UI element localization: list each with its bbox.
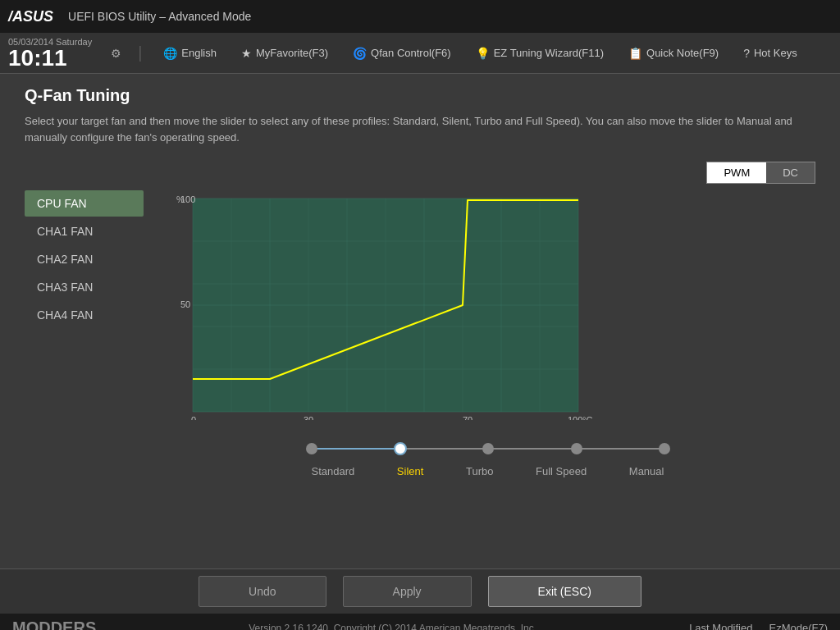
pwm-dc-toggle[interactable]: PWM DC bbox=[706, 162, 815, 184]
qfan-label: Qfan Control(F6) bbox=[371, 47, 451, 59]
fan-item-cha2[interactable]: CHA2 FAN bbox=[25, 246, 144, 272]
language-label: English bbox=[181, 47, 217, 59]
fan-curve-chart: % 100 50 0 30 70 100 °C bbox=[160, 190, 595, 420]
fan-item-cha4[interactable]: CHA4 FAN bbox=[25, 302, 144, 328]
chart-container: % 100 50 0 30 70 100 °C bbox=[160, 190, 595, 420]
slider-active-track bbox=[312, 448, 402, 450]
svg-text:100: 100 bbox=[180, 194, 195, 204]
dc-button[interactable]: DC bbox=[766, 162, 815, 183]
button-bar: Undo Apply Exit (ESC) bbox=[0, 568, 840, 614]
asus-logo: /ASUS bbox=[8, 8, 53, 25]
date-time: 05/03/2014 Saturday 10:11 bbox=[8, 37, 92, 70]
slider-track-container[interactable] bbox=[312, 436, 664, 461]
footer: MODDERS Version 2.16.1240. Copyright (C)… bbox=[0, 614, 840, 630]
note-icon: 📋 bbox=[628, 47, 642, 60]
bulb-icon: 💡 bbox=[476, 47, 490, 60]
slider-dot-standard[interactable] bbox=[306, 443, 317, 454]
label-turbo: Turbo bbox=[466, 465, 493, 477]
slider-dot-silent[interactable] bbox=[394, 442, 407, 455]
nav-myfavorite[interactable]: ★ MyFavorite(F3) bbox=[236, 43, 333, 63]
myfavorite-label: MyFavorite(F3) bbox=[256, 47, 328, 59]
label-fullspeed: Full Speed bbox=[536, 465, 587, 477]
label-standard: Standard bbox=[312, 465, 355, 477]
separator: | bbox=[138, 43, 142, 62]
svg-text:°C: °C bbox=[582, 415, 592, 420]
star-icon: ★ bbox=[241, 47, 252, 60]
globe-icon: 🌐 bbox=[163, 47, 177, 60]
fan-item-cha3[interactable]: CHA3 FAN bbox=[25, 274, 144, 300]
last-modified-button[interactable]: Last Modified bbox=[689, 622, 752, 630]
fan-icon: 🌀 bbox=[353, 47, 367, 60]
hotkeys-label: Hot Keys bbox=[754, 47, 797, 59]
nav-eztuning[interactable]: 💡 EZ Tuning Wizard(F11) bbox=[471, 43, 609, 63]
exit-button[interactable]: Exit (ESC) bbox=[488, 576, 641, 607]
top-bar: /ASUS UEFI BIOS Utility – Advanced Mode bbox=[0, 0, 840, 33]
main-area: Q-Fan Tuning Select your target fan and … bbox=[0, 74, 840, 568]
ezmode-button[interactable]: EzMode(F7) bbox=[769, 622, 828, 630]
section-description: Select your target fan and then move the… bbox=[25, 113, 815, 145]
nav-language[interactable]: 🌐 English bbox=[158, 43, 221, 63]
slider-area: Standard Silent Turbo Full Speed Manual bbox=[160, 436, 815, 477]
footer-logo: MODDERS bbox=[12, 619, 96, 630]
content-area: CPU FAN CHA1 FAN CHA2 FAN CHA3 FAN CHA4 … bbox=[25, 162, 815, 556]
quicknote-label: Quick Note(F9) bbox=[646, 47, 719, 59]
modders-logo: MODDERS bbox=[12, 619, 96, 630]
footer-copyright: Version 2.16.1240. Copyright (C) 2014 Am… bbox=[96, 623, 689, 631]
label-silent: Silent bbox=[397, 465, 424, 477]
pwm-button[interactable]: PWM bbox=[707, 162, 766, 183]
undo-button[interactable]: Undo bbox=[199, 576, 326, 607]
svg-text:70: 70 bbox=[463, 415, 472, 420]
fan-item-cpu[interactable]: CPU FAN bbox=[25, 190, 144, 217]
bios-title: UEFI BIOS Utility – Advanced Mode bbox=[68, 10, 251, 23]
nav-qfan[interactable]: 🌀 Qfan Control(F6) bbox=[348, 43, 456, 63]
label-manual: Manual bbox=[629, 465, 664, 477]
slider-dot-manual[interactable] bbox=[659, 443, 670, 454]
eztuning-label: EZ Tuning Wizard(F11) bbox=[494, 47, 604, 59]
footer-right: Last Modified EzMode(F7) bbox=[689, 622, 828, 630]
slider-labels: Standard Silent Turbo Full Speed Manual bbox=[312, 465, 664, 477]
clock-display: 10:11 bbox=[8, 47, 92, 70]
apply-button[interactable]: Apply bbox=[343, 576, 472, 607]
question-icon: ? bbox=[743, 47, 750, 60]
chart-area: PWM DC bbox=[160, 162, 815, 556]
svg-text:30: 30 bbox=[304, 415, 313, 420]
clock-gear-icon[interactable]: ⚙ bbox=[111, 47, 121, 60]
svg-text:0: 0 bbox=[191, 415, 196, 420]
svg-text:50: 50 bbox=[180, 299, 190, 309]
nav-quicknote[interactable]: 📋 Quick Note(F9) bbox=[623, 43, 724, 63]
clock-bar: 05/03/2014 Saturday 10:11 ⚙ | 🌐 English … bbox=[0, 33, 840, 74]
svg-text:100: 100 bbox=[568, 415, 582, 420]
slider-dot-turbo[interactable] bbox=[482, 443, 494, 454]
fan-list: CPU FAN CHA1 FAN CHA2 FAN CHA3 FAN CHA4 … bbox=[25, 190, 144, 556]
nav-hotkeys[interactable]: ? Hot Keys bbox=[738, 43, 802, 63]
section-title: Q-Fan Tuning bbox=[25, 86, 815, 105]
slider-dot-fullspeed[interactable] bbox=[571, 443, 582, 454]
fan-item-cha1[interactable]: CHA1 FAN bbox=[25, 218, 144, 244]
